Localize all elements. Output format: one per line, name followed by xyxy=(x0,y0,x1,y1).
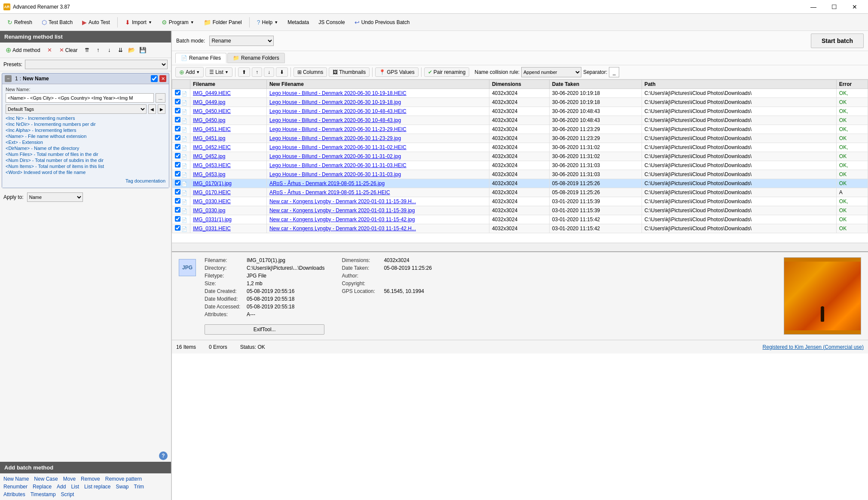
row-new-filename[interactable]: Lego House - Billund - Denmark 2020-06-3… xyxy=(266,152,489,161)
new-name-menu-button[interactable]: ... xyxy=(156,93,165,103)
row-checkbox[interactable] xyxy=(175,189,180,195)
row-new-filename[interactable]: New car - Kongens Lyngby - Denmark 2020-… xyxy=(266,197,489,206)
filename-link[interactable]: IMG_0170.HEIC xyxy=(193,189,231,195)
separator-input[interactable] xyxy=(609,67,619,77)
table-row[interactable]: 📄IMG_0453.jpgLego House - Billund - Denm… xyxy=(172,170,868,179)
batch-mode-select[interactable]: Rename Copy Move xyxy=(209,36,274,46)
filename-link[interactable]: IMG_0452.HEIC xyxy=(193,144,231,150)
filename-link[interactable]: IMG_0450.jpg xyxy=(193,117,225,123)
row-new-filename[interactable]: Lego House - Billund - Denmark 2020-06-3… xyxy=(266,125,489,134)
presets-select[interactable] xyxy=(25,60,168,69)
new-filename-link[interactable]: New car - Kongens Lyngby - Denmark 2020-… xyxy=(269,226,416,232)
new-filename-link[interactable]: Lego House - Billund - Denmark 2020-06-3… xyxy=(269,171,401,177)
row-new-filename[interactable]: Lego House - Billund - Denmark 2020-06-3… xyxy=(266,116,489,125)
method-close-button[interactable]: ✕ xyxy=(159,75,166,82)
row-checkbox[interactable] xyxy=(175,198,180,204)
new-filename-link[interactable]: ARoS - Århus - Denmark 2019-08-05 11-25-… xyxy=(269,189,390,195)
refresh-button[interactable]: ↻ Refresh xyxy=(3,17,36,27)
tag-link-6[interactable]: <Num Files> - Total number of files in t… xyxy=(6,152,165,157)
batch-move[interactable]: Move xyxy=(63,476,76,482)
row-checkbox[interactable] xyxy=(175,225,180,231)
save-preset-button[interactable]: 💾 xyxy=(138,46,147,55)
help-button[interactable]: ? Help ▼ xyxy=(253,17,282,27)
col-path[interactable]: Path xyxy=(642,80,836,89)
row-new-filename[interactable]: ARoS - Århus - Denmark 2019-08-05 11-25-… xyxy=(266,179,489,188)
move-up-button2[interactable]: ↑ xyxy=(252,67,262,77)
table-row[interactable]: 📄IMG_0452.jpgLego House - Billund - Denm… xyxy=(172,152,868,161)
row-filename[interactable]: IMG_0453.jpg xyxy=(190,170,267,179)
list-button[interactable]: ☰ List ▼ xyxy=(205,67,232,77)
row-new-filename[interactable]: Lego House - Billund - Denmark 2020-06-3… xyxy=(266,170,489,179)
filename-link[interactable]: IMG_0453.HEIC xyxy=(193,162,231,168)
horizontal-scrollbar[interactable] xyxy=(172,243,868,251)
new-filename-link[interactable]: Lego House - Billund - Denmark 2020-06-3… xyxy=(269,108,406,114)
row-checkbox[interactable] xyxy=(175,99,180,104)
metadata-button[interactable]: Metadata xyxy=(284,18,313,27)
filename-link[interactable]: IMG_0330.jpg xyxy=(193,207,225,213)
table-row[interactable]: 📄IMG_0452.HEICLego House - Billund - Den… xyxy=(172,143,868,152)
batch-new-name[interactable]: New Name xyxy=(3,476,29,482)
tab-rename-folders[interactable]: 📁 Rename Folders xyxy=(227,53,285,63)
collision-select[interactable]: Append number Skip Overwrite xyxy=(521,67,581,77)
batch-new-case[interactable]: New Case xyxy=(34,476,58,482)
row-new-filename[interactable]: Lego House - Billund - Denmark 2020-06-3… xyxy=(266,134,489,143)
row-checkbox[interactable] xyxy=(175,216,180,222)
table-row[interactable]: 📄IMG_0170.HEICARoS - Århus - Denmark 201… xyxy=(172,188,868,197)
col-new-filename[interactable]: New Filename xyxy=(266,80,489,89)
table-row[interactable]: 📄IMG_0450.jpgLego House - Billund - Denm… xyxy=(172,116,868,125)
tag-link-2[interactable]: <Inc Alpha> - Incrementing letters xyxy=(6,128,165,133)
row-checkbox[interactable] xyxy=(175,153,180,159)
row-checkbox[interactable] xyxy=(175,90,180,95)
exif-tool-button[interactable]: ExifTool... xyxy=(205,324,324,335)
move-bottom-button[interactable]: ⇊ xyxy=(116,46,125,55)
new-name-input[interactable] xyxy=(6,93,154,103)
table-row[interactable]: 📄IMG_0451.jpgLego House - Billund - Denm… xyxy=(172,134,868,143)
row-filename[interactable]: IMG_0170.HEIC xyxy=(190,188,267,197)
new-filename-link[interactable]: Lego House - Billund - Denmark 2020-06-3… xyxy=(269,153,401,159)
filename-link[interactable]: IMG_0449.jpg xyxy=(193,99,225,105)
method-enabled-checkbox[interactable] xyxy=(151,75,158,82)
maximize-button[interactable]: ☐ xyxy=(824,0,844,13)
table-row[interactable]: 📄IMG_0330.HEICNew car - Kongens Lyngby -… xyxy=(172,197,868,206)
row-new-filename[interactable]: Lego House - Billund - Denmark 2020-06-3… xyxy=(266,89,489,98)
row-new-filename[interactable]: Lego House - Billund - Denmark 2020-06-3… xyxy=(266,107,489,116)
tag-link-1[interactable]: <Inc NrDir> - Incrementing numbers per d… xyxy=(6,122,165,127)
folder-panel-button[interactable]: 📁 Folder Panel xyxy=(200,17,246,27)
new-filename-link[interactable]: Lego House - Billund - Denmark 2020-06-3… xyxy=(269,162,406,168)
tags-prev-button[interactable]: ◀ xyxy=(148,104,156,114)
program-button[interactable]: ⚙ Program ▼ xyxy=(158,17,198,27)
row-checkbox[interactable] xyxy=(175,180,180,186)
row-checkbox[interactable] xyxy=(175,126,180,131)
table-row[interactable]: 📄IMG_0331(1).jpgNew car - Kongens Lyngby… xyxy=(172,215,868,224)
new-filename-link[interactable]: Lego House - Billund - Denmark 2020-06-3… xyxy=(269,90,406,96)
row-filename[interactable]: IMG_0451.HEIC xyxy=(190,125,267,134)
table-row[interactable]: 📄IMG_0331.HEICNew car - Kongens Lyngby -… xyxy=(172,224,868,233)
delete-method-button[interactable]: ✕ xyxy=(45,46,55,55)
filename-link[interactable]: IMG_0452.jpg xyxy=(193,153,225,159)
filename-link[interactable]: IMG_0451.jpg xyxy=(193,135,225,141)
tag-link-0[interactable]: <Inc Nr> - Incrementing numbers xyxy=(6,116,165,121)
new-filename-link[interactable]: Lego House - Billund - Denmark 2020-06-3… xyxy=(269,126,406,132)
tags-select[interactable]: Default Tags xyxy=(6,104,147,114)
table-row[interactable]: 📄IMG_0449.jpgLego House - Billund - Denm… xyxy=(172,98,868,107)
apply-to-select[interactable]: Name Extension Name and Extension xyxy=(27,192,83,202)
filename-link[interactable]: IMG_0331.HEIC xyxy=(193,226,231,232)
load-preset-button[interactable]: 📂 xyxy=(127,46,136,55)
tab-rename-files[interactable]: 📄 Rename Files xyxy=(175,53,226,63)
row-filename[interactable]: IMG_0452.HEIC xyxy=(190,143,267,152)
batch-script[interactable]: Script xyxy=(61,491,74,497)
row-new-filename[interactable]: New car - Kongens Lyngby - Denmark 2020-… xyxy=(266,224,489,233)
row-filename[interactable]: IMG_0452.jpg xyxy=(190,152,267,161)
tag-link-4[interactable]: <Ext> - Extension xyxy=(6,140,165,145)
tags-next-button[interactable]: ▶ xyxy=(158,104,165,114)
row-filename[interactable]: IMG_0330.HEIC xyxy=(190,197,267,206)
method-collapse-button[interactable]: − xyxy=(5,75,12,82)
minimize-button[interactable]: — xyxy=(804,0,823,13)
batch-trim[interactable]: Trim xyxy=(134,484,144,490)
table-row[interactable]: 📄IMG_0450.HEICLego House - Billund - Den… xyxy=(172,107,868,116)
tag-link-5[interactable]: <DirName> - Name of the directory xyxy=(6,146,165,151)
tag-link-7[interactable]: <Num Dirs> - Total number of subdirs in … xyxy=(6,158,165,163)
add-files-button[interactable]: ⊕ Add ▼ xyxy=(175,67,204,77)
table-row[interactable]: 📄IMG_0449.HEICLego House - Billund - Den… xyxy=(172,89,868,98)
filename-link[interactable]: IMG_0331(1).jpg xyxy=(193,216,232,223)
